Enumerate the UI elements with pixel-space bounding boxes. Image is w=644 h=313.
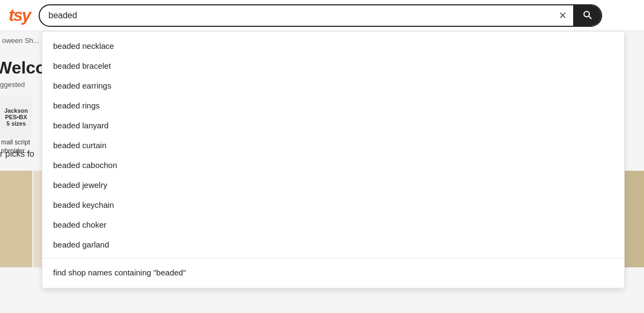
search-container: ✕ [39,4,602,27]
dropdown-item-cabochon[interactable]: beaded cabochon [42,155,624,175]
search-icon [582,9,592,21]
dropdown-item-curtain[interactable]: beaded curtain [42,135,624,155]
bg-jackson-name: Jackson [4,107,28,114]
dropdown-item-label: beaded jewelry [53,180,107,190]
dropdown-item-label: beaded cabochon [53,161,117,170]
dropdown-item-label: beaded choker [53,220,106,229]
dropdown-item-label: beaded garland [53,240,109,249]
dropdown-item-bracelet[interactable]: beaded bracelet [42,56,624,76]
search-input[interactable] [40,11,552,20]
site-logo[interactable]: tsy [9,5,30,25]
dropdown-divider [42,258,624,258]
dropdown-item-label: beaded keychain [53,200,114,209]
bg-script-text: mall script [1,139,30,146]
close-icon: ✕ [559,10,567,21]
search-clear-button[interactable]: ✕ [552,10,573,21]
header: tsy ✕ [0,0,644,31]
bg-picks-text: r picks fo [0,149,34,159]
dropdown-item-jewelry[interactable]: beaded jewelry [42,175,624,195]
dropdown-item-label: beaded earrings [53,81,111,90]
bg-welcome-text: Welco [0,58,46,78]
dropdown-shop-find-label: find shop names containing "beaded" [53,268,186,277]
dropdown-item-earrings[interactable]: beaded earrings [42,76,624,96]
dropdown-item-label: beaded lanyard [53,121,108,130]
dropdown-item-keychain[interactable]: beaded keychain [42,195,624,215]
search-bar: ✕ [39,4,602,27]
bg-image-left [0,171,32,267]
bg-halloween-text: oween Sh... [2,37,39,45]
dropdown-item-label: beaded bracelet [53,61,111,70]
dropdown-item-choker[interactable]: beaded choker [42,215,624,235]
bg-image-right [623,171,644,267]
dropdown-shop-find[interactable]: find shop names containing "beaded" [42,261,624,283]
bg-jackson-card: Jackson PES•BX 5 sizes [0,96,32,139]
bg-jackson-sub: PES•BX [5,114,27,120]
search-submit-button[interactable] [573,4,601,27]
dropdown-item-label: beaded curtain [53,141,106,150]
search-dropdown: beaded necklace beaded bracelet beaded e… [42,31,625,288]
dropdown-item-garland[interactable]: beaded garland [42,235,624,254]
dropdown-item-label: beaded rings [53,101,100,110]
dropdown-item-lanyard[interactable]: beaded lanyard [42,115,624,135]
bg-suggested-text: ggested [0,81,25,89]
dropdown-item-necklace[interactable]: beaded necklace [42,36,624,56]
bg-jackson-sizes: 5 sizes [6,120,26,127]
dropdown-item-rings[interactable]: beaded rings [42,96,624,115]
dropdown-item-label: beaded necklace [53,41,114,50]
